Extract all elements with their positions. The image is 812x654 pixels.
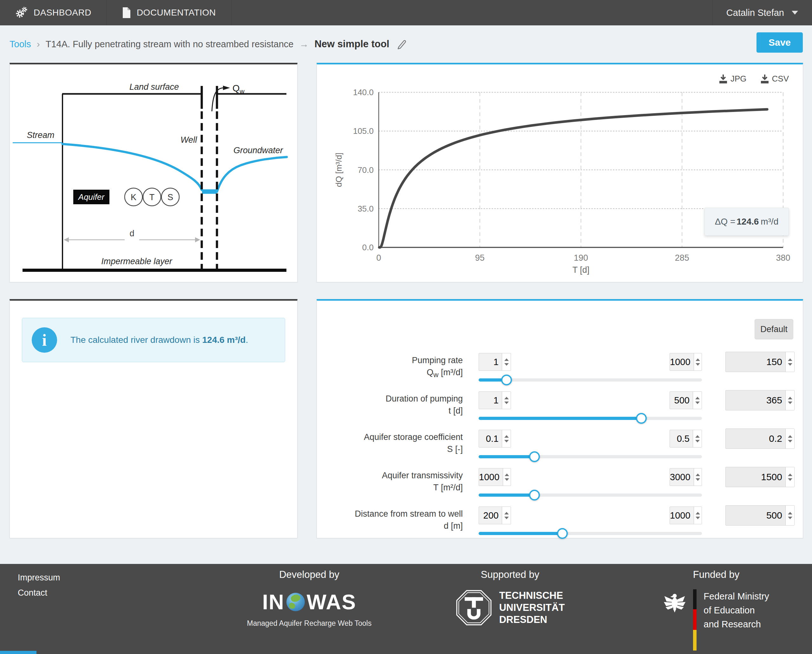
- aquifer-label: Aquifer: [78, 192, 105, 202]
- schematic-diagram-card: Aquifer K T S Land surface Qw Stream Wel…: [9, 63, 298, 282]
- slider-fill: [479, 494, 534, 497]
- param-slider[interactable]: [479, 453, 702, 460]
- slider-fill: [479, 417, 641, 420]
- user-menu[interactable]: Catalin Stefan: [712, 0, 812, 25]
- page-progress-bar: [0, 651, 37, 654]
- slider-handle[interactable]: [557, 528, 568, 539]
- param-value-input[interactable]: 1500: [725, 467, 795, 487]
- stepper-control[interactable]: [693, 392, 702, 409]
- stepper-control[interactable]: [502, 353, 511, 370]
- param-label: Pumping rate Qw [m³/d]: [317, 354, 463, 381]
- save-button[interactable]: Save: [757, 32, 803, 53]
- contact-link[interactable]: Contact: [18, 588, 47, 598]
- param-row: Aquifer transmissivity T [m²/d] 1000 300…: [317, 468, 803, 503]
- stepper-control[interactable]: [502, 507, 511, 524]
- slider-handle[interactable]: [636, 413, 647, 424]
- stepper-control[interactable]: [502, 430, 511, 447]
- aquifer-schematic-diagram: Aquifer K T S Land surface Qw Stream Wel…: [10, 64, 297, 282]
- stepper-control[interactable]: [785, 467, 794, 487]
- supported-by-column: Supported by TECHNISCHE UNIVERSITÄT DRES…: [415, 564, 605, 626]
- param-min-input[interactable]: 200: [479, 507, 511, 524]
- tu-dresden-octagon-icon: [456, 589, 492, 626]
- result-text-suffix: .: [246, 335, 248, 345]
- distance-d-label: d: [129, 229, 134, 238]
- t-symbol: T: [149, 193, 155, 202]
- param-slider[interactable]: [479, 415, 702, 422]
- annotation-unit: m³/d: [761, 217, 778, 227]
- param-max-input[interactable]: 0.5: [670, 430, 702, 448]
- y-tick-label: 70.0: [358, 165, 374, 175]
- param-min-input[interactable]: 1: [479, 353, 511, 371]
- file-icon: [122, 7, 131, 18]
- stepper-control[interactable]: [785, 352, 794, 372]
- nav-dashboard[interactable]: DASHBOARD: [0, 0, 107, 25]
- supported-by-heading: Supported by: [415, 569, 605, 581]
- stepper-control[interactable]: [503, 468, 511, 486]
- x-tick-label: 0: [376, 253, 381, 263]
- stepper-control[interactable]: [502, 392, 511, 409]
- param-max-input[interactable]: 3000: [670, 468, 702, 486]
- default-button-label: Default: [760, 324, 788, 334]
- stepper-control[interactable]: [785, 429, 794, 448]
- inowas-logo-was: WAS: [307, 590, 356, 614]
- breadcrumb: Tools › T14A. Fully penetrating stream w…: [9, 25, 407, 63]
- breadcrumb-separator: ›: [37, 39, 40, 49]
- param-row: Aquifer storage coefficient S [-] 0.1 0.…: [317, 430, 803, 465]
- param-min-input[interactable]: 1000: [479, 468, 511, 486]
- param-slider[interactable]: [479, 492, 702, 498]
- s-symbol: S: [167, 193, 173, 202]
- default-button[interactable]: Default: [755, 319, 793, 339]
- save-button-label: Save: [769, 37, 791, 48]
- param-value-input[interactable]: 0.2: [725, 428, 795, 449]
- param-max-input[interactable]: 500: [670, 391, 702, 409]
- nav-dashboard-label: DASHBOARD: [34, 8, 91, 18]
- inowas-tagline: Managed Aquifer Recharge Web Tools: [214, 619, 404, 628]
- param-max-input[interactable]: 1000: [670, 353, 702, 371]
- param-label: Aquifer transmissivity T [m²/d]: [317, 469, 463, 496]
- slider-handle[interactable]: [529, 451, 540, 462]
- annotation-value: 124.6: [737, 217, 759, 227]
- edit-pencil-icon[interactable]: [396, 39, 407, 49]
- stepper-control[interactable]: [785, 390, 794, 410]
- breadcrumb-tools-link[interactable]: Tools: [9, 39, 31, 49]
- download-jpg-button[interactable]: JPG: [719, 74, 747, 84]
- slider-fill: [479, 532, 563, 535]
- funded-by-column: Funded by Federal: [621, 564, 811, 651]
- gears-icon: [15, 6, 28, 19]
- result-text: The calculated river drawdown is 124.6 m…: [70, 335, 248, 345]
- breadcrumb-bar: Tools › T14A. Fully penetrating stream w…: [0, 25, 812, 63]
- stepper-control[interactable]: [785, 506, 794, 525]
- inowas-app: DASHBOARD DOCUMENTATION Catalin Stefan T…: [0, 0, 812, 654]
- param-value-input[interactable]: 500: [725, 505, 795, 526]
- top-navbar: DASHBOARD DOCUMENTATION Catalin Stefan: [0, 0, 812, 25]
- user-name: Catalin Stefan: [726, 8, 784, 18]
- impressum-link[interactable]: Impressum: [18, 573, 60, 583]
- param-slider[interactable]: [479, 530, 702, 537]
- annotation-prefix: ΔQ =: [715, 217, 736, 227]
- param-min-input[interactable]: 0.1: [479, 430, 511, 448]
- param-max-input[interactable]: 1000: [670, 507, 702, 524]
- stepper-control[interactable]: [694, 507, 702, 524]
- param-min-input[interactable]: 1: [479, 391, 511, 409]
- nav-documentation[interactable]: DOCUMENTATION: [107, 0, 232, 25]
- impermeable-layer-label: Impermeable layer: [101, 257, 173, 266]
- param-value-input[interactable]: 150: [725, 352, 795, 372]
- param-value-input[interactable]: 365: [725, 390, 795, 410]
- download-csv-button[interactable]: CSV: [761, 74, 789, 84]
- stepper-control[interactable]: [694, 353, 702, 370]
- param-slider[interactable]: [479, 376, 702, 384]
- param-label: Distance from stream to well d [m]: [317, 508, 463, 535]
- stepper-control[interactable]: [694, 468, 702, 486]
- globe-icon: [286, 593, 305, 611]
- federal-eagle-icon: [663, 589, 686, 615]
- slider-handle[interactable]: [501, 374, 512, 385]
- x-tick-label: 380: [776, 253, 790, 263]
- k-symbol: K: [131, 193, 136, 202]
- result-info-box: i The calculated river drawdown is 124.6…: [22, 318, 285, 362]
- german-flag-stripe: [693, 589, 697, 651]
- result-value: 124.6 m³/d: [202, 335, 246, 345]
- slider-handle[interactable]: [529, 490, 540, 501]
- chart-downloads: JPG CSV: [719, 74, 789, 84]
- result-card: i The calculated river drawdown is 124.6…: [9, 299, 298, 538]
- stepper-control[interactable]: [693, 430, 702, 447]
